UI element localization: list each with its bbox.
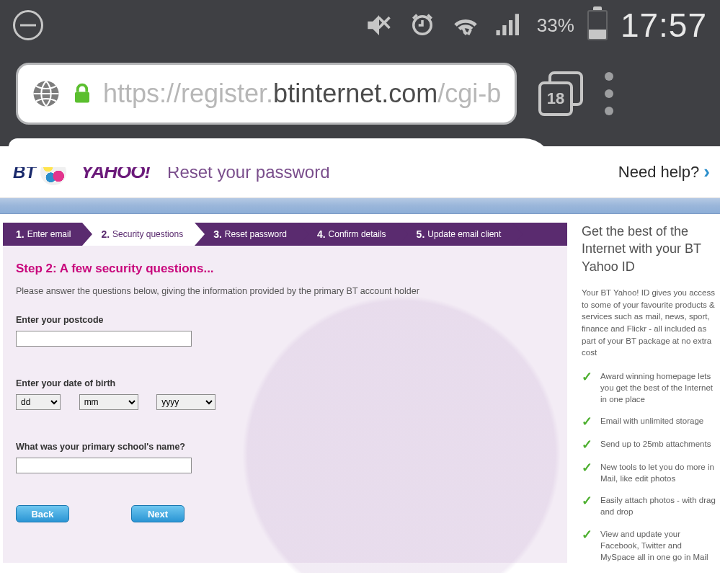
check-icon: ✓: [582, 370, 593, 405]
tabs-button[interactable]: 18: [538, 71, 583, 116]
help-link[interactable]: Need help? ›: [618, 161, 710, 183]
postcode-input[interactable]: [16, 331, 192, 347]
step-title: Step 2: A few security questions...: [16, 262, 554, 276]
form-area: Step 2: A few security questions... Plea…: [3, 246, 567, 563]
help-link-label: Need help?: [618, 163, 700, 182]
school-field: What was your primary school's name?: [16, 442, 554, 473]
sidebar-blurb: Your BT Yahoo! ID gives you access to so…: [582, 287, 717, 359]
sidebar: Get the best of the Internet with your B…: [582, 223, 717, 573]
android-chrome: 33% 17:57 https://register.btinternet.co…: [0, 0, 720, 146]
sidebar-heading: Get the best of the Internet with your B…: [582, 223, 717, 275]
list-item: ✓Send up to 25mb attachments: [582, 438, 717, 451]
postcode-field: Enter your postcode: [16, 315, 554, 347]
signal-icon: [494, 10, 524, 40]
check-icon: ✓: [582, 528, 593, 563]
alarm-icon: [407, 10, 437, 40]
browser-menu-button[interactable]: [605, 72, 613, 115]
mute-icon: [364, 10, 394, 40]
feature-list: ✓Award winning homepage lets you get the…: [582, 370, 717, 563]
list-item: ✓Award winning homepage lets you get the…: [582, 370, 717, 405]
browser-toolbar: https://register.btinternet.com/cgi-b 18: [0, 50, 720, 137]
chevron-right-icon: ›: [703, 161, 710, 183]
step-4[interactable]: 4.Confirm details: [298, 223, 398, 246]
url-text: https://register.btinternet.com/cgi-b: [103, 79, 501, 109]
divider-strip: [0, 198, 720, 214]
step-3[interactable]: 3.Reset password: [195, 223, 298, 246]
battery-percent: 33%: [537, 14, 574, 37]
postcode-label: Enter your postcode: [16, 315, 554, 325]
step-2[interactable]: 2.Security questions: [82, 223, 195, 246]
globe-icon: [31, 79, 61, 109]
list-item: ✓Easily attach photos - with drag and dr…: [582, 494, 717, 517]
progress-steps: 1.Enter email 2.Security questions 3.Res…: [3, 223, 567, 246]
list-item: ✓Email with unlimited storage: [582, 415, 717, 428]
dob-field: Enter your date of birth dd mm yyyy: [16, 378, 554, 410]
svg-rect-1: [75, 92, 89, 103]
dob-label: Enter your date of birth: [16, 378, 554, 388]
battery-icon: [587, 10, 608, 40]
list-item: ✓New tools to let you do more in Mail, l…: [582, 461, 717, 484]
do-not-disturb-icon: [13, 10, 43, 40]
status-bar: 33% 17:57: [0, 0, 720, 50]
dob-year-select[interactable]: yyyy: [156, 394, 215, 410]
next-button[interactable]: Next: [131, 505, 185, 522]
dob-day-select[interactable]: dd: [16, 394, 61, 410]
wifi-icon: [450, 10, 481, 40]
dob-month-select[interactable]: mm: [79, 394, 138, 410]
school-input[interactable]: [16, 458, 192, 473]
clock: 17:57: [621, 6, 707, 45]
lock-icon: [71, 80, 93, 107]
address-bar[interactable]: https://register.btinternet.com/cgi-b: [16, 63, 517, 125]
list-item: ✓View and update your Facebook, Twitter …: [582, 528, 717, 563]
step-1[interactable]: 1.Enter email: [3, 223, 82, 246]
school-label: What was your primary school's name?: [16, 442, 554, 452]
form-intro: Please answer the questions below, givin…: [16, 286, 554, 296]
back-button[interactable]: Back: [16, 505, 69, 522]
tabs-count: 18: [538, 81, 573, 116]
step-5[interactable]: 5.Update email client: [398, 223, 513, 246]
